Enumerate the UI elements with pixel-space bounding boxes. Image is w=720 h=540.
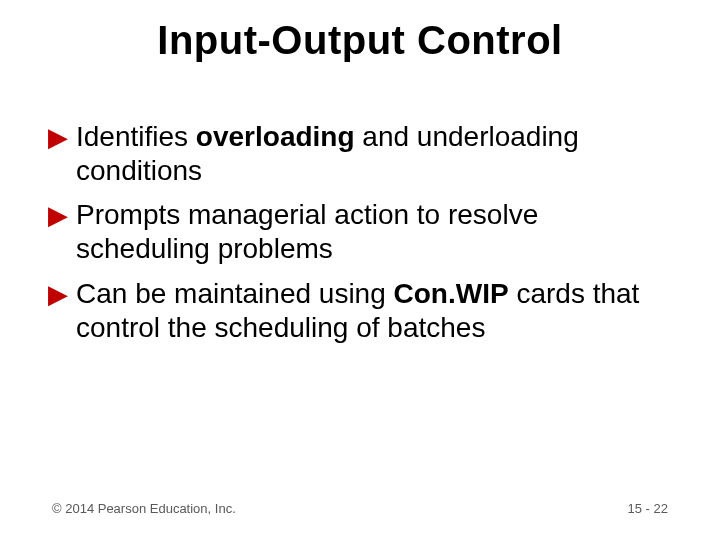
text-bold: Con.WIP <box>394 278 509 309</box>
bullet-text: Prompts managerial action to resolve sch… <box>76 198 672 266</box>
bullet-list: ▶ Identifies overloading and underloadin… <box>48 120 672 355</box>
bullet-marker-icon: ▶ <box>48 279 68 311</box>
bullet-text: Can be maintained using Con.WIP cards th… <box>76 277 672 345</box>
slide: Input-Output Control ▶ Identifies overlo… <box>0 0 720 540</box>
slide-title: Input-Output Control <box>0 18 720 63</box>
list-item: ▶ Can be maintained using Con.WIP cards … <box>48 277 672 345</box>
list-item: ▶ Prompts managerial action to resolve s… <box>48 198 672 266</box>
page-number: 15 - 22 <box>628 501 668 516</box>
footer: © 2014 Pearson Education, Inc. 15 - 22 <box>52 501 668 516</box>
copyright-text: © 2014 Pearson Education, Inc. <box>52 501 236 516</box>
bullet-text: Identifies overloading and underloading … <box>76 120 672 188</box>
text-segment: Identifies <box>76 121 196 152</box>
text-segment: Prompts managerial action to resolve sch… <box>76 199 538 264</box>
text-bold: overloading <box>196 121 355 152</box>
bullet-marker-icon: ▶ <box>48 122 68 154</box>
bullet-marker-icon: ▶ <box>48 200 68 232</box>
list-item: ▶ Identifies overloading and underloadin… <box>48 120 672 188</box>
text-segment: Can be maintained using <box>76 278 394 309</box>
